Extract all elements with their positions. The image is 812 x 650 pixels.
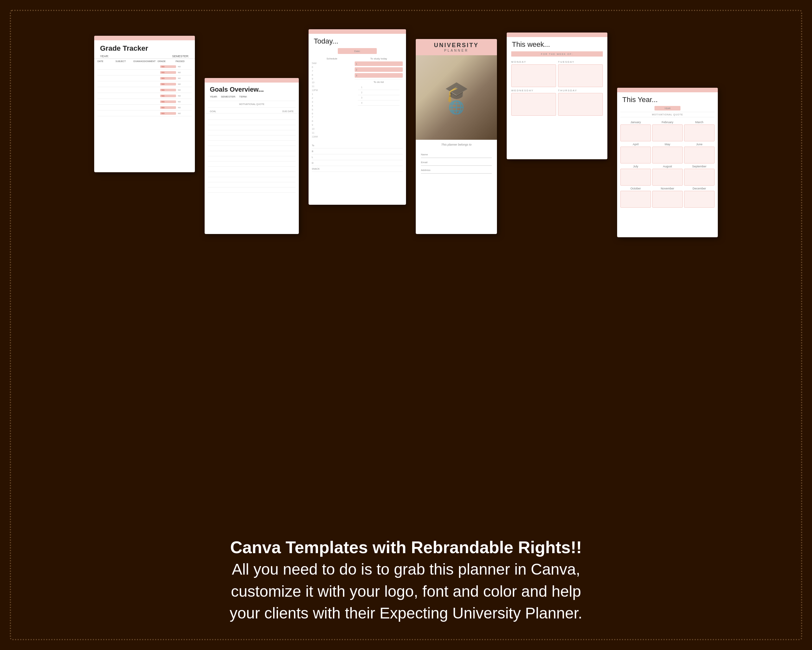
tuesday-box xyxy=(558,64,603,87)
bottom-row-to: To xyxy=(312,143,403,148)
study-item-3: 3 xyxy=(355,73,403,78)
today-title: Today... xyxy=(308,34,406,47)
day-grid: MONDAY TUESDAY WEDNESDAY THURSDAY xyxy=(507,58,607,118)
march-box xyxy=(684,124,714,141)
col-exam: EXAM/ASSIGNMENT xyxy=(133,60,156,63)
grade-header-pink xyxy=(94,36,195,40)
todo-section: To do list 1 2 3 4 xyxy=(355,79,403,107)
this-week-card: This week... FOR THE WEEK OF: MONDAY TUE… xyxy=(507,32,607,159)
this-year-card: This Year... YEAR MOTIVATIONAL QUOTE Jan… xyxy=(617,88,718,237)
november-cell: November xyxy=(652,187,683,208)
bottom-row-d: D xyxy=(312,160,403,166)
june-box xyxy=(684,147,714,164)
august-box xyxy=(652,169,683,185)
goals-year: YEAR: xyxy=(210,95,218,98)
tuesday-label: TUESDAY xyxy=(558,60,603,63)
today-bottom-section: To B L D SNACK xyxy=(308,141,406,174)
december-box xyxy=(684,191,714,208)
goal-line xyxy=(208,146,296,151)
email-field: Email xyxy=(421,159,492,166)
goal-line xyxy=(208,130,296,136)
august-label: August xyxy=(652,165,683,168)
goal-line xyxy=(208,141,296,146)
year-header-pink xyxy=(617,88,718,92)
table-row: YESNO xyxy=(98,87,192,93)
may-label: May xyxy=(652,143,683,146)
monday-label: MONDAY xyxy=(511,60,556,63)
goal-line xyxy=(208,172,296,177)
goal-col: GOAL xyxy=(210,110,216,112)
grade-col-headers: DATE SUBJECT EXAM/ASSIGNMENT GRADE PASSE… xyxy=(94,59,195,64)
year-bar: YEAR xyxy=(655,106,681,110)
october-box xyxy=(620,191,651,208)
goal-line xyxy=(208,125,296,130)
grade-table: YESNO YESNO YESNO YESNO YESNO YESNO xyxy=(94,64,195,116)
bottom-row-b: B xyxy=(312,148,403,154)
cover-card: UNIVERSITY PLANNER 🎓 🌐 This planner belo… xyxy=(416,39,497,234)
table-row: YESNO xyxy=(98,99,192,105)
col-date: DATE xyxy=(98,60,113,63)
goal-line xyxy=(208,162,296,167)
november-label: November xyxy=(652,187,683,190)
goals-overview-card: Goals Overview... YEAR: SEMESTER: TERM: … xyxy=(205,78,299,234)
table-row: YESNO xyxy=(98,93,192,99)
week-title: This week... xyxy=(507,37,607,50)
goals-term: TERM: xyxy=(239,95,247,98)
wednesday-cell: WEDNESDAY xyxy=(511,89,556,116)
february-label: February xyxy=(652,121,683,124)
week-of-bar: FOR THE WEEK OF: xyxy=(511,51,603,57)
wednesday-box xyxy=(511,93,556,116)
goal-line xyxy=(208,182,296,188)
bottom-text-area: Canva Templates with Rebrandable Rights!… xyxy=(26,537,786,624)
year-quote-bar: MOTIVATIONAL QUOTE xyxy=(620,112,714,117)
due-date-col: DUE DATE xyxy=(282,110,294,112)
grade-tracker-card: Grade Tracker YEAR: SEMESTER: DATE SUBJE… xyxy=(94,36,195,172)
thursday-box xyxy=(558,93,603,116)
month-grid: January February March April May June xyxy=(617,119,718,210)
time-list: 5AM6789101112PM123456789101112AM xyxy=(312,61,352,139)
january-box xyxy=(620,124,651,141)
cards-area: Grade Tracker YEAR: SEMESTER: DATE SUBJE… xyxy=(26,20,786,247)
col-subject: SUBJECT xyxy=(115,60,131,63)
april-box xyxy=(620,147,651,164)
grade-tracker-title: Grade Tracker xyxy=(94,40,195,54)
study-column: To study today 1 2 3 To do list 1 2 3 4 xyxy=(355,57,403,139)
year-title: This Year... xyxy=(617,92,718,105)
goals-title: Goals Overview... xyxy=(205,83,299,95)
semester-label: SEMESTER: xyxy=(172,55,189,58)
october-label: October xyxy=(620,187,651,190)
thursday-cell: THURSDAY xyxy=(558,89,603,116)
goals-col-headers: GOAL DUE DATE xyxy=(205,110,299,113)
september-box xyxy=(684,169,714,185)
table-row: YESNO xyxy=(98,64,192,70)
study-item-1: 1 xyxy=(355,61,403,66)
bottom-row-snack: SNACK xyxy=(312,166,403,172)
monday-box xyxy=(511,64,556,87)
bottom-line-4: your clients with their Expecting Univer… xyxy=(26,602,786,624)
table-row: YESNO xyxy=(98,105,192,110)
bottom-line-3: customize it with your logo, font and co… xyxy=(26,580,786,602)
july-label: July xyxy=(620,165,651,168)
bottom-line-1: Canva Templates with Rebrandable Rights!… xyxy=(26,537,786,559)
name-field: Name xyxy=(421,151,492,158)
goals-semester: SEMESTER: xyxy=(221,95,236,98)
todo-item: 1 xyxy=(358,85,400,90)
table-row: YESNO xyxy=(98,110,192,116)
october-cell: October xyxy=(620,187,651,208)
july-cell: July xyxy=(620,165,651,185)
june-cell: June xyxy=(684,143,714,164)
july-box xyxy=(620,169,651,185)
june-label: June xyxy=(684,143,714,146)
belongs-text: This planner belongs to xyxy=(416,140,497,150)
august-cell: August xyxy=(652,165,683,185)
monday-cell: MONDAY xyxy=(511,60,556,87)
week-header-pink xyxy=(507,32,607,37)
goals-header-pink xyxy=(205,78,299,83)
goals-meta: YEAR: SEMESTER: TERM: xyxy=(205,95,299,99)
today-card: Today... Date: Schedule 5AM6789101112PM1… xyxy=(308,29,406,205)
col-grade: GRADE xyxy=(157,60,174,63)
todo-label: To do list xyxy=(358,81,400,84)
todo-item: 4 xyxy=(358,101,400,106)
todo-item: 2 xyxy=(358,90,400,95)
may-box xyxy=(652,147,683,164)
